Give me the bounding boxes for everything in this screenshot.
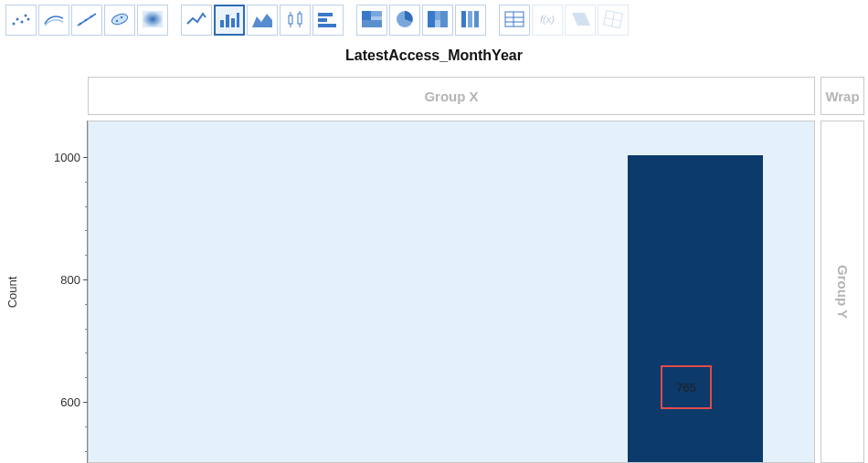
svg-point-10 bbox=[116, 19, 118, 21]
svg-rect-34 bbox=[435, 20, 440, 27]
heatmap-icon bbox=[141, 9, 164, 32]
treemap-chart-button[interactable] bbox=[356, 5, 387, 36]
svg-rect-15 bbox=[231, 18, 235, 27]
svg-rect-25 bbox=[318, 18, 327, 22]
scatter-line-chart-button[interactable] bbox=[71, 5, 102, 36]
svg-rect-38 bbox=[474, 11, 479, 27]
plot-area[interactable]: 765 bbox=[88, 121, 815, 463]
group-x-drop-zone[interactable]: Group X bbox=[88, 77, 815, 115]
hbar-chart-button[interactable] bbox=[312, 5, 344, 36]
svg-rect-18 bbox=[289, 16, 292, 24]
group-y-label: Group Y bbox=[835, 265, 851, 319]
svg-rect-14 bbox=[226, 15, 229, 27]
hbar-icon bbox=[316, 9, 340, 32]
svg-marker-17 bbox=[252, 14, 272, 27]
line-chart-chart-button[interactable] bbox=[181, 5, 212, 36]
chart-title: LatestAccess_MonthYear bbox=[0, 47, 868, 64]
svg-rect-12 bbox=[143, 11, 163, 27]
svg-point-2 bbox=[21, 20, 24, 23]
area-chart-chart-button[interactable] bbox=[247, 5, 278, 36]
svg-rect-13 bbox=[220, 20, 224, 27]
mosaic-chart-button[interactable] bbox=[422, 5, 453, 36]
treemap-icon bbox=[360, 9, 384, 32]
svg-point-8 bbox=[90, 15, 93, 17]
wrap-label: Wrap bbox=[825, 89, 859, 104]
svg-point-9 bbox=[111, 12, 129, 26]
boxplot-chart-button[interactable] bbox=[280, 5, 311, 36]
scatter-chart-button[interactable] bbox=[5, 5, 37, 36]
group-y-drop-zone[interactable]: Group Y bbox=[820, 121, 864, 463]
svg-point-11 bbox=[121, 16, 122, 17]
svg-point-6 bbox=[79, 22, 82, 25]
svg-rect-35 bbox=[440, 11, 448, 27]
rotated-grid-chart-button bbox=[598, 5, 629, 36]
table-chart-button[interactable] bbox=[499, 5, 530, 36]
svg-rect-24 bbox=[318, 13, 333, 16]
group-x-label: Group X bbox=[424, 89, 478, 104]
pie-chart-icon bbox=[393, 9, 417, 32]
function-icon: f(x) bbox=[535, 9, 559, 32]
area-chart-icon bbox=[250, 9, 274, 32]
y-axis-label: Count bbox=[5, 276, 19, 308]
svg-rect-39 bbox=[505, 12, 524, 26]
bar-chart-chart-button[interactable] bbox=[214, 5, 245, 36]
svg-rect-30 bbox=[362, 20, 382, 27]
mosaic-icon bbox=[426, 9, 450, 32]
chart-type-toolbar: f(x) bbox=[0, 0, 868, 40]
parallel-icon bbox=[568, 9, 592, 32]
svg-point-4 bbox=[27, 17, 30, 20]
density-ellipse-icon bbox=[108, 9, 132, 32]
scatter-icon bbox=[9, 9, 33, 32]
svg-marker-44 bbox=[572, 13, 590, 26]
contour-icon bbox=[42, 9, 66, 32]
density-ellipse-chart-button[interactable] bbox=[104, 5, 135, 36]
svg-rect-28 bbox=[371, 11, 382, 16]
parallel-chart-button bbox=[565, 5, 596, 36]
function-chart-button: f(x) bbox=[532, 5, 563, 36]
svg-rect-16 bbox=[237, 13, 239, 27]
boxplot-icon bbox=[283, 9, 307, 32]
contour-chart-button[interactable] bbox=[38, 5, 69, 36]
svg-rect-26 bbox=[318, 24, 336, 27]
svg-rect-21 bbox=[298, 14, 302, 24]
chart-layout: Group X Wrap Count 6008001000 765 Group … bbox=[0, 77, 868, 463]
y-tick-label: 600 bbox=[60, 395, 80, 409]
wrap-drop-zone[interactable]: Wrap bbox=[820, 77, 864, 115]
y-axis: Count 6008001000 bbox=[0, 121, 88, 463]
bar-chart-icon bbox=[217, 9, 241, 32]
svg-rect-36 bbox=[461, 11, 466, 27]
y-tick-label: 1000 bbox=[54, 151, 80, 164]
y-tick-label: 800 bbox=[60, 273, 80, 287]
svg-rect-37 bbox=[468, 11, 472, 27]
svg-rect-33 bbox=[435, 11, 440, 20]
svg-point-7 bbox=[85, 18, 88, 21]
heatmap-chart-button[interactable] bbox=[137, 5, 168, 36]
svg-point-3 bbox=[25, 14, 27, 16]
bar[interactable] bbox=[628, 155, 763, 462]
pie-chart-chart-button[interactable] bbox=[389, 5, 420, 36]
scatter-line-icon bbox=[75, 9, 99, 32]
svg-rect-29 bbox=[371, 16, 382, 20]
svg-point-1 bbox=[16, 17, 19, 20]
svg-rect-32 bbox=[428, 11, 435, 27]
svg-rect-27 bbox=[362, 11, 371, 20]
packed-bars-icon bbox=[459, 9, 482, 32]
svg-text:f(x): f(x) bbox=[540, 14, 555, 25]
line-chart-icon bbox=[185, 9, 208, 32]
svg-point-0 bbox=[13, 22, 16, 25]
rotated-grid-icon bbox=[601, 9, 625, 32]
packed-bars-chart-button[interactable] bbox=[455, 5, 486, 36]
data-label-highlight[interactable]: 765 bbox=[661, 365, 712, 409]
table-icon bbox=[503, 9, 526, 32]
